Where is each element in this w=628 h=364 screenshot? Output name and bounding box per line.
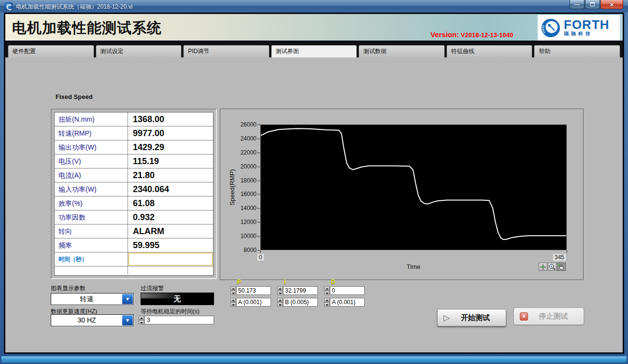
speed-curve xyxy=(261,125,566,250)
maximize-icon xyxy=(590,2,595,6)
param-value: 0.932 xyxy=(128,210,213,224)
param-label: 时间（秒） xyxy=(55,252,128,266)
stop-test-label: 停止测试 xyxy=(528,312,579,321)
tab-test-settings[interactable]: 测试设定 xyxy=(96,45,182,57)
p-value-field[interactable]: 50.173 xyxy=(236,286,271,295)
decrement-icon[interactable] xyxy=(324,302,329,307)
start-test-button[interactable]: ▷ 开始测试 xyxy=(437,309,506,326)
minimize-button[interactable]: — xyxy=(570,0,585,9)
start-test-label: 开始测试 xyxy=(450,313,501,322)
param-label: 输出功率(W) xyxy=(55,140,128,154)
i-gain-stepper[interactable] xyxy=(277,298,283,307)
decrement-icon[interactable] xyxy=(324,291,329,295)
p-value-stepper[interactable] xyxy=(230,286,236,295)
param-value: 1429.29 xyxy=(128,140,213,154)
table-row: 输入功率(W) 2340.064 xyxy=(55,182,213,196)
settle-time-stepper[interactable] xyxy=(139,316,144,324)
y-tick-label: 16000 xyxy=(230,191,257,197)
tab-help[interactable]: 帮助 xyxy=(534,45,620,57)
increment-icon[interactable] xyxy=(230,286,236,291)
tab-hardware-config[interactable]: 硬件配置 xyxy=(8,45,94,57)
y-tick-label: 22000 xyxy=(230,149,257,156)
pid-p-group: P 50.173 A (0.001) xyxy=(230,279,277,309)
measurement-table: 扭矩(N.mm) 1368.00 转速(RMP) 9977.00 输出功率(W)… xyxy=(51,109,217,279)
increment-icon[interactable] xyxy=(230,298,236,302)
close-button[interactable]: × xyxy=(600,0,623,9)
y-tick-label: 10000 xyxy=(230,233,257,239)
tab-bar: 硬件配置 测试设定 PID调节 测试界面 测试数据 特征曲线 帮助 xyxy=(5,42,623,57)
table-row: 电压(V) 115.19 xyxy=(55,154,213,168)
y-tick-mark xyxy=(257,222,260,223)
speed-chart: Speed(RMP) 26000240002200020000180001600… xyxy=(220,109,584,280)
chart-param-select[interactable]: 转速 ▼ xyxy=(51,293,134,305)
pid-i-label: I xyxy=(284,279,324,286)
x-tick-label: 345 xyxy=(553,254,566,261)
p-gain-stepper[interactable] xyxy=(230,298,236,307)
increment-icon[interactable] xyxy=(139,316,144,320)
tab-characteristic-curve[interactable]: 特征曲线 xyxy=(446,45,533,57)
graph-palette xyxy=(539,263,566,271)
update-rate-select[interactable]: 30 HZ ▼ xyxy=(51,314,134,326)
i-gain-field[interactable]: B (0.005) xyxy=(283,298,318,307)
y-tick-label: 24000 xyxy=(230,135,257,142)
tab-test-interface[interactable]: 测试界面 xyxy=(271,45,357,57)
decrement-icon[interactable] xyxy=(230,291,236,295)
i-value-field[interactable]: 32.1799 xyxy=(283,286,318,295)
table-row-empty xyxy=(55,266,213,274)
chart-plot-area[interactable] xyxy=(260,125,567,250)
y-tick-label: 26000 xyxy=(230,121,257,128)
stop-x-icon: × xyxy=(520,312,528,321)
param-value: 21.80 xyxy=(128,168,213,182)
param-label: 电流(A) xyxy=(55,168,128,182)
decrement-icon[interactable] xyxy=(139,320,144,324)
pid-d-group: D 0 A (0.001) xyxy=(324,279,371,309)
stop-test-button[interactable]: × 停止测试 xyxy=(514,308,584,325)
increment-icon[interactable] xyxy=(324,298,329,302)
param-label: 功率因数 xyxy=(55,210,128,224)
settle-time-field[interactable]: 3 xyxy=(144,316,214,324)
increment-icon[interactable] xyxy=(277,286,283,291)
chart-param-label: 图表显示参数 xyxy=(51,284,86,293)
chevron-down-icon[interactable]: ▼ xyxy=(122,294,133,304)
param-label xyxy=(55,266,128,274)
x-axis-label: Time xyxy=(260,263,567,270)
y-tick-mark xyxy=(257,194,260,195)
close-icon: × xyxy=(610,1,614,8)
d-value-field[interactable]: 0 xyxy=(330,286,365,295)
param-value: ALARM xyxy=(128,224,213,238)
settle-time-control: 3 xyxy=(139,316,214,324)
gauge-logo-icon xyxy=(541,18,561,38)
decrement-icon[interactable] xyxy=(230,302,236,307)
param-value: 59.995 xyxy=(128,238,213,252)
page-title: 电机加载性能测试系统 xyxy=(12,18,162,38)
tab-test-data[interactable]: 测试数据 xyxy=(358,45,445,57)
overcurrent-alarm-label: 过流报警 xyxy=(141,284,164,293)
graph-crosshair-button[interactable] xyxy=(539,263,547,271)
hand-icon xyxy=(558,264,565,270)
y-tick-mark xyxy=(257,167,260,167)
d-gain-stepper[interactable] xyxy=(324,298,329,307)
d-gain-field[interactable]: A (0.001) xyxy=(330,298,365,307)
chart-param-value: 转速 xyxy=(51,294,122,305)
chevron-down-icon[interactable]: ▼ xyxy=(122,315,133,325)
increment-icon[interactable] xyxy=(324,286,329,291)
graph-pan-button[interactable] xyxy=(557,263,566,271)
decrement-icon[interactable] xyxy=(277,302,283,307)
i-value-stepper[interactable] xyxy=(277,286,283,295)
time-value-field[interactable] xyxy=(128,252,213,266)
main-panel: Fixed Speed 扭矩(N.mm) 1368.00 转速(RMP) 997… xyxy=(5,57,623,351)
tab-pid-tuning[interactable]: PID调节 xyxy=(183,45,270,57)
graph-zoom-button[interactable] xyxy=(548,263,557,271)
y-axis-label: Speed(RMP) xyxy=(228,169,236,205)
y-tick-mark xyxy=(257,250,260,251)
y-tick-mark xyxy=(257,153,260,153)
version-value: V2018-12-13-1040 xyxy=(459,31,513,39)
maximize-button[interactable] xyxy=(585,0,600,9)
table-row-time: 时间（秒） xyxy=(55,252,213,266)
increment-icon[interactable] xyxy=(277,298,283,302)
decrement-icon[interactable] xyxy=(277,291,283,295)
y-tick-label: 20000 xyxy=(230,163,257,170)
p-gain-field[interactable]: A (0.001) xyxy=(236,298,271,307)
param-label: 扭矩(N.mm) xyxy=(55,112,128,126)
d-value-stepper[interactable] xyxy=(324,286,329,295)
